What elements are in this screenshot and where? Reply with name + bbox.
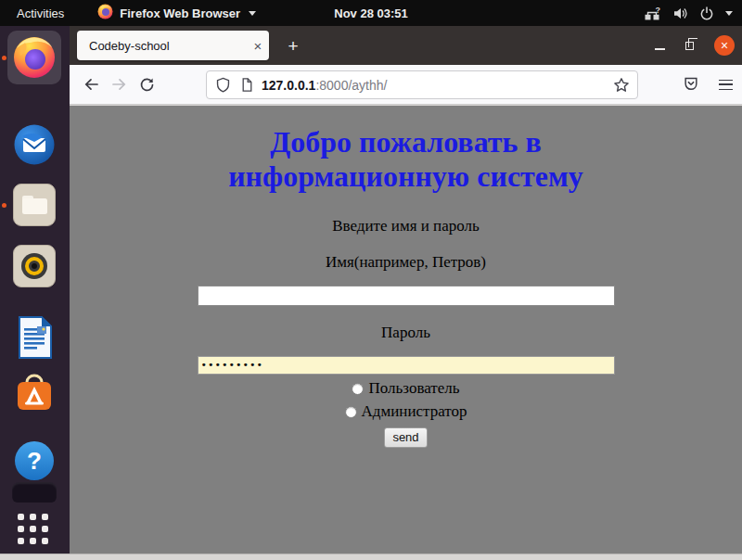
dock-dark-app[interactable] [12, 482, 57, 503]
firefox-window: Codeby-school × + × [70, 26, 742, 554]
page-title: Добро пожаловать в информационную систем… [147, 125, 666, 194]
send-button[interactable]: send [384, 427, 427, 448]
tab-bar: Codeby-school × + × [70, 26, 742, 65]
gnome-top-bar: Activities Firefox Web Browser Nov 28 03… [0, 0, 742, 26]
dock-help[interactable]: ? [14, 440, 55, 481]
dock-libreoffice-writer[interactable] [14, 315, 55, 360]
url-path: :8000/aythh/ [315, 78, 387, 93]
firefox-icon [12, 35, 57, 80]
help-icon: ? [14, 440, 55, 481]
files-running-indicator [2, 203, 6, 208]
url-text[interactable]: 127.0.0.1:8000/aythh/ [262, 78, 613, 93]
tab-title: Codeby-school [77, 39, 247, 53]
radio-admin-label: Администратор [362, 402, 467, 421]
radio-admin[interactable] [345, 406, 357, 418]
volume-icon[interactable] [672, 6, 688, 21]
dock-rhythmbox[interactable] [13, 245, 56, 287]
minimize-button[interactable] [655, 48, 665, 50]
tab-close-icon[interactable]: × [247, 38, 269, 54]
radio-user[interactable] [352, 383, 364, 395]
ubuntu-dock: ? [0, 26, 70, 554]
firefox-running-indicator [2, 56, 6, 60]
dock-files[interactable] [13, 184, 56, 226]
window-close-button[interactable]: × [714, 35, 735, 56]
show-applications-button[interactable] [18, 514, 48, 544]
dock-firefox[interactable] [7, 31, 61, 84]
svg-text:?: ? [656, 6, 661, 15]
page-content: Добро пожаловать в информационную систем… [70, 106, 742, 554]
app-menu[interactable]: Firefox Web Browser [97, 4, 256, 22]
ubuntu-software-icon [13, 374, 56, 416]
radio-user-label: Пользователь [368, 379, 459, 398]
menu-hamburger-icon[interactable] [719, 80, 733, 90]
activities-button[interactable]: Activities [0, 0, 81, 26]
power-icon[interactable] [699, 6, 714, 21]
new-tab-button[interactable]: + [281, 34, 305, 58]
app-menu-label: Firefox Web Browser [120, 6, 240, 20]
restore-button[interactable] [685, 42, 694, 50]
navigation-toolbar: 127.0.0.1:8000/aythh/ [70, 65, 742, 105]
page-info-icon[interactable] [239, 77, 254, 93]
name-input[interactable] [198, 286, 615, 306]
libreoffice-writer-icon [14, 315, 55, 360]
prompt-text: Введите имя и пароль [70, 217, 742, 235]
caret-down-icon [249, 11, 256, 16]
reload-button[interactable] [133, 70, 160, 98]
desktop-bottom-strip [0, 554, 742, 560]
rhythmbox-icon [14, 246, 55, 286]
tab-codeby-school[interactable]: Codeby-school × [77, 31, 269, 60]
radio-row-user[interactable]: Пользователь [70, 379, 742, 398]
dock-ubuntu-software[interactable] [13, 374, 56, 416]
url-bar[interactable]: 127.0.0.1:8000/aythh/ [206, 70, 638, 99]
bookmark-star-icon[interactable] [613, 77, 630, 94]
radio-row-admin[interactable]: Администратор [70, 402, 742, 421]
caret-down-icon[interactable] [725, 11, 733, 16]
password-input[interactable]: ••••••••• [198, 356, 615, 375]
files-icon [14, 185, 55, 225]
firefox-small-icon [97, 4, 113, 22]
shield-icon[interactable] [215, 77, 231, 93]
url-host: 127.0.0.1 [262, 78, 315, 93]
dock-thunderbird[interactable] [13, 123, 56, 166]
password-field-label: Пароль [70, 324, 742, 342]
svg-text:?: ? [27, 447, 42, 475]
back-button[interactable] [77, 70, 105, 98]
forward-button[interactable] [105, 70, 133, 98]
network-question-icon[interactable]: ? [644, 6, 661, 21]
thunderbird-icon [13, 123, 56, 166]
pocket-icon[interactable] [683, 75, 699, 95]
name-field-label: Имя(например, Петров) [70, 253, 742, 272]
